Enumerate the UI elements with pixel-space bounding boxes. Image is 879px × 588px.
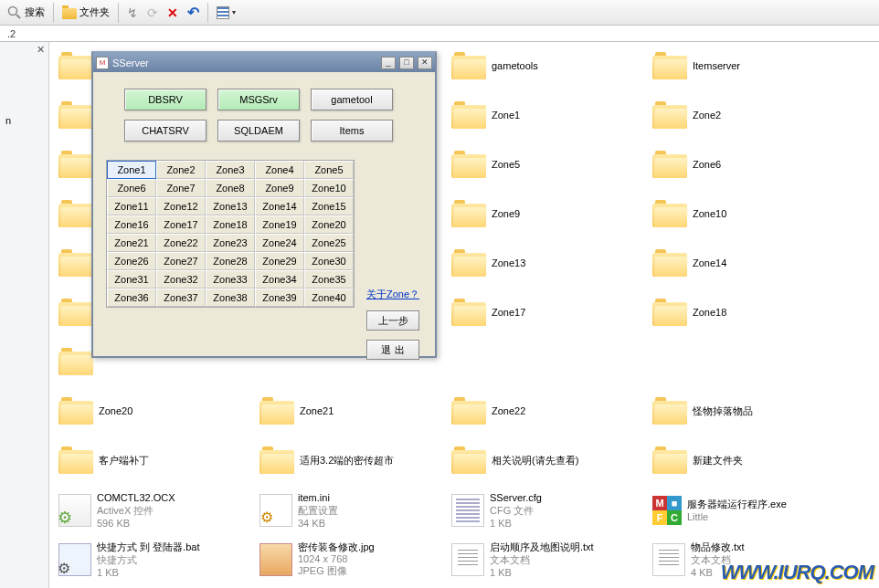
zone-cell-8[interactable]: Zone8 (206, 179, 255, 197)
zone-cell-36[interactable]: Zone36 (107, 289, 156, 307)
close-panel-icon[interactable]: ✕ (37, 44, 45, 56)
zone-cell-27[interactable]: Zone27 (156, 252, 206, 270)
sync-button[interactable]: ↯ (123, 4, 142, 22)
zone-cell-29[interactable]: Zone29 (255, 252, 304, 270)
file-sub1: 配置设置 (298, 504, 338, 518)
zone-cell-4[interactable]: Zone4 (255, 161, 304, 179)
folder-item[interactable]: 新建文件夹 (652, 444, 835, 478)
sserver-titlebar[interactable]: M SServer _ □ ✕ (93, 53, 435, 72)
zone-cell-18[interactable]: Zone18 (206, 215, 255, 234)
zone-cell-39[interactable]: Zone39 (255, 289, 304, 307)
folder-item[interactable]: Zone1 (451, 99, 634, 133)
folder-label: Zone20 (99, 405, 132, 418)
zone-cell-15[interactable]: Zone15 (304, 197, 354, 215)
service-button-items[interactable]: Items (311, 120, 393, 142)
folder-item[interactable]: Zone2 (652, 99, 835, 133)
zone-cell-5[interactable]: Zone5 (304, 161, 354, 179)
folder-item[interactable]: Zone5 (451, 148, 634, 183)
service-button-msgsrv[interactable]: MSGSrv (217, 89, 300, 110)
file-item[interactable]: item.ini配置设置34 KB (259, 493, 442, 528)
delete-button[interactable]: ✕ (164, 4, 182, 22)
maximize-button[interactable]: □ (399, 57, 414, 69)
zone-cell-19[interactable]: Zone19 (255, 215, 304, 234)
folder-item[interactable]: 适用3.2端的密传超市 (259, 444, 442, 478)
folder-item[interactable]: Zone22 (451, 394, 634, 429)
zone-cell-26[interactable]: Zone26 (107, 252, 156, 270)
zone-cell-3[interactable]: Zone3 (206, 161, 255, 179)
zone-cell-13[interactable]: Zone13 (206, 197, 255, 215)
folder-label: Zone18 (693, 307, 726, 320)
file-item[interactable]: M■FC服务器端运行程序.exeLittle (652, 493, 835, 528)
folder-item[interactable]: Zone18 (652, 296, 835, 331)
zone-cell-12[interactable]: Zone12 (156, 197, 206, 215)
folder-item[interactable]: 客户端补丁 (58, 444, 241, 478)
folder-item[interactable]: Zone20 (58, 394, 241, 429)
folder-item[interactable]: Zone13 (451, 247, 634, 281)
zone-cell-7[interactable]: Zone7 (156, 179, 206, 197)
zone-cell-40[interactable]: Zone40 (304, 289, 354, 307)
minimize-button[interactable]: _ (381, 57, 396, 69)
zone-cell-32[interactable]: Zone32 (156, 270, 206, 289)
about-zone-link[interactable]: 关于Zone？ (366, 288, 419, 301)
file-name: 快捷方式 到 登陆器.bat (97, 541, 199, 554)
folder-item[interactable]: Itemserver (652, 49, 835, 84)
folder-item[interactable]: 相关说明(请先查看) (451, 444, 634, 478)
folder-label: Zone14 (693, 257, 726, 270)
folder-item[interactable]: Zone14 (652, 247, 835, 281)
zone-cell-34[interactable]: Zone34 (255, 270, 304, 289)
file-item[interactable]: 快捷方式 到 登陆器.bat快捷方式1 KB (58, 542, 241, 577)
zone-cell-25[interactable]: Zone25 (304, 234, 354, 252)
zone-cell-11[interactable]: Zone11 (107, 197, 156, 215)
folder-item[interactable]: Zone9 (451, 197, 634, 232)
file-item[interactable]: SServer.cfgCFG 文件1 KB (451, 493, 634, 528)
exit-button[interactable]: 退 出 (366, 340, 419, 360)
zone-cell-35[interactable]: Zone35 (304, 270, 354, 289)
zone-cell-1[interactable]: Zone1 (107, 161, 156, 179)
zone-cell-22[interactable]: Zone22 (156, 234, 206, 252)
undo-button[interactable]: ↶ (184, 2, 203, 23)
zone-cell-21[interactable]: Zone21 (107, 234, 156, 252)
zone-cell-31[interactable]: Zone31 (107, 270, 156, 289)
zone-cell-37[interactable]: Zone37 (156, 289, 206, 307)
zone-cell-9[interactable]: Zone9 (255, 179, 304, 197)
zone-cell-14[interactable]: Zone14 (255, 197, 304, 215)
folder-label: Zone6 (693, 159, 721, 172)
views-button[interactable]: ▾ (213, 5, 239, 21)
close-button[interactable]: ✕ (418, 57, 432, 69)
file-item[interactable]: 密传装备修改.jpg1024 x 768JPEG 图像 (259, 542, 442, 577)
zone-cell-17[interactable]: Zone17 (156, 215, 206, 234)
folder-item[interactable]: Zone6 (652, 148, 835, 183)
zone-cell-2[interactable]: Zone2 (156, 161, 206, 179)
file-item[interactable]: 启动顺序及地图说明.txt文本文档1 KB (451, 542, 634, 577)
zone-cell-30[interactable]: Zone30 (304, 252, 354, 270)
watermark: WWW.IURQ.COM (721, 561, 874, 584)
folder-icon (58, 101, 93, 131)
zone-cell-20[interactable]: Zone20 (304, 215, 354, 234)
file-name: SServer.cfg (490, 492, 542, 505)
folder-item[interactable]: Zone21 (259, 394, 442, 429)
folder-item[interactable]: Zone10 (652, 197, 835, 232)
search-label: 搜索 (25, 5, 45, 19)
service-button-gametool[interactable]: gametool (311, 89, 393, 110)
zone-cell-24[interactable]: Zone24 (255, 234, 304, 252)
zone-cell-16[interactable]: Zone16 (107, 215, 156, 234)
folder-item[interactable]: Zone17 (451, 296, 634, 331)
folder-item[interactable]: gametools (451, 49, 634, 84)
search-button[interactable]: 搜索 (4, 4, 48, 22)
zone-cell-23[interactable]: Zone23 (206, 234, 255, 252)
folder-item[interactable]: 怪物掉落物品 (652, 394, 835, 429)
zone-cell-38[interactable]: Zone38 (206, 289, 255, 307)
folders-button[interactable]: 文件夹 (58, 4, 113, 21)
stop-button[interactable]: ⟳ (143, 4, 162, 22)
service-button-dbsrv[interactable]: DBSRV (124, 89, 207, 110)
sserver-title: SServer (112, 58, 149, 68)
service-button-sqldaem[interactable]: SQLDAEM (217, 120, 300, 142)
file-item[interactable]: COMCTL32.OCXActiveX 控件596 KB (58, 493, 241, 528)
zone-cell-10[interactable]: Zone10 (304, 179, 354, 197)
zone-cell-28[interactable]: Zone28 (206, 252, 255, 270)
prev-step-button[interactable]: 上一步 (366, 310, 419, 331)
service-button-chatsrv[interactable]: CHATSRV (124, 120, 207, 142)
zone-cell-33[interactable]: Zone33 (206, 270, 255, 289)
folder-label: Zone22 (492, 405, 525, 418)
zone-cell-6[interactable]: Zone6 (107, 179, 156, 197)
